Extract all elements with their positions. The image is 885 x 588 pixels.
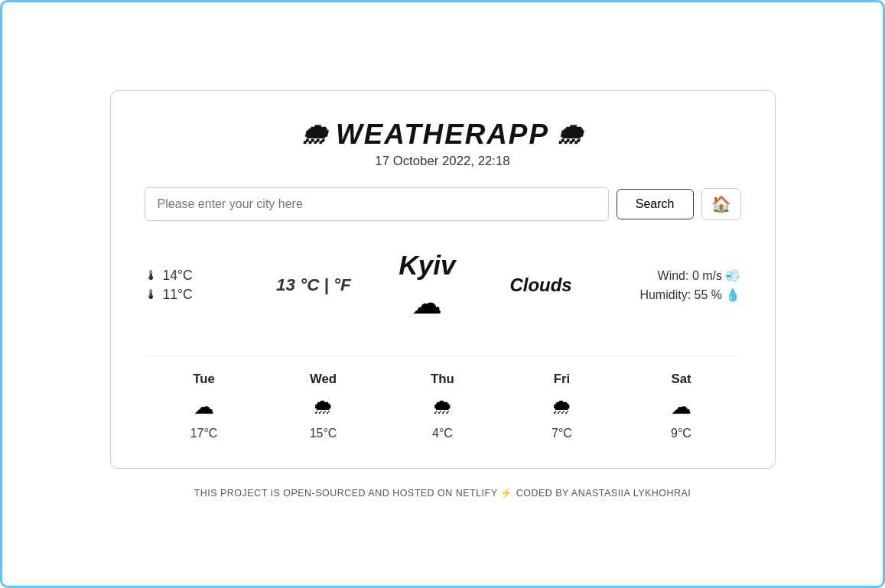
search-row: Search 🏠 [145,187,741,221]
city-name: Kyiv [399,250,455,281]
datetime: 17 October 2022, 22:18 [375,154,509,169]
temp-max-item: 🌡 14°C [145,268,229,284]
forecast-weather-icon: 🌧 [432,395,453,419]
temp-min: 11°C [163,287,193,303]
cloud-left-icon: 🌧 [300,119,330,151]
wind-info: Wind: 0 m/s 💨 [626,268,740,283]
weather-icon-large: ☁ [412,285,442,320]
wind-humidity: Wind: 0 m/s 💨 Humidity: 55 % 💧 [626,268,740,302]
cloud-right-icon: 🌧 [555,119,585,151]
forecast-day-name: Thu [431,372,454,387]
forecast-temp: 15°C [310,427,337,440]
search-input[interactable] [145,187,609,221]
temp-max: 14°C [163,268,193,284]
temp-minmax: 🌡 14°C 🌡 11°C [145,268,229,303]
forecast-day: Tue ☁ 17°C [174,372,235,440]
forecast-weather-icon: ☁ [671,395,691,419]
forecast-weather-icon: ☁ [194,395,214,419]
main-card: 🌧 WeatherApp 🌧 17 October 2022, 22:18 Se… [110,90,776,469]
forecast-day: Fri 🌧 7°C [532,372,593,440]
forecast-day-name: Sat [671,372,691,387]
temp-min-item: 🌡 11°C [145,287,229,303]
forecast-day: Wed 🌧 15°C [293,372,354,440]
search-button[interactable]: Search [617,189,694,219]
app-title-text: WeatherApp [336,119,549,151]
forecast-day: Sat ☁ 9°C [651,372,712,440]
footer: This project is open-sourced and hosted … [194,487,691,499]
forecast-temp: 7°C [551,427,572,440]
forecast-day-name: Fri [554,372,570,387]
thermometer-up-icon: 🌡 [145,268,158,284]
forecast-weather-icon: 🌧 [313,395,334,419]
forecast-weather-icon: 🌧 [551,395,572,419]
humidity-info: Humidity: 55 % 💧 [626,288,740,302]
feels-like: 13 °C | °F [268,275,360,295]
forecast-day-name: Tue [193,372,215,387]
home-button[interactable]: 🏠 [701,188,741,220]
current-weather: 🌡 14°C 🌡 11°C 13 °C | °F Kyiv ☁ Clouds W… [145,242,741,328]
forecast-temp: 9°C [671,427,691,440]
forecast-day-name: Wed [310,372,337,387]
forecast-temp: 4°C [432,427,453,440]
thermometer-down-icon: 🌡 [145,287,158,303]
forecast-row: Tue ☁ 17°C Wed 🌧 15°C Thu 🌧 4°C Fri 🌧 7°… [145,356,741,440]
app-title: 🌧 WeatherApp 🌧 [300,119,585,151]
forecast-temp: 17°C [190,427,218,440]
forecast-day: Thu 🌧 4°C [412,372,473,440]
city-weather-center: Kyiv ☁ [399,250,455,320]
weather-description: Clouds [495,275,587,296]
